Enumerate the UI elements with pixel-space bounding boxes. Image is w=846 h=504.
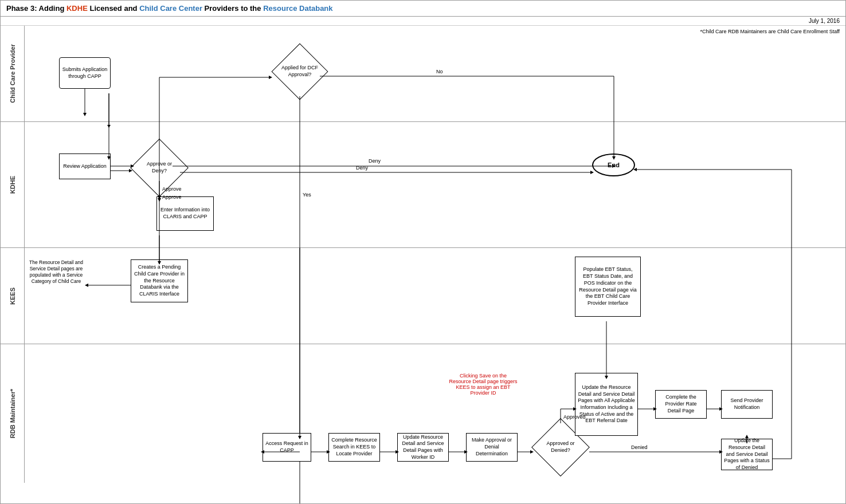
lane-kdhe-content: Review Application Approve or Deny? Ente…	[25, 122, 845, 247]
enter-information-box: Enter Information into CLARIS and CAPP	[156, 196, 214, 231]
make-approval-box: Make Approval or Denial Determination	[466, 433, 518, 462]
creates-pending-box: Creates a Pending Child Care Provider in…	[131, 259, 188, 302]
approve-or-deny-diamond: Approve or Deny?	[131, 139, 188, 196]
asterisk-note: *Child Care RDB Maintainers are Child Ca…	[700, 29, 840, 34]
lane-kdhe: KDHE Review Application Approve or Deny?…	[1, 122, 845, 248]
lane-child-care-content: *Child Care RDB Maintainers are Child Ca…	[25, 26, 845, 121]
update-resource-detail2-box: Update the Resource Detail and Service D…	[575, 373, 638, 436]
title-prefix: Phase 3: Adding	[6, 4, 66, 13]
applied-for-dcf-diamond: Applied for DCF Approval?	[271, 43, 328, 100]
title-suffix: Providers to the	[202, 4, 263, 13]
complete-provider-rate-box: Complete the Provider Rate Detail Page	[655, 390, 707, 419]
lane-label-child-care: Child Care Provider	[1, 26, 25, 121]
lane-label-text: Child Care Provider	[9, 44, 16, 103]
lane-label-kees-text: KEES	[9, 288, 16, 305]
title-middle: Licensed and	[88, 4, 139, 13]
title-kdhe: KDHE	[66, 4, 88, 13]
send-provider-notification-box: Send Provider Notification	[721, 390, 773, 419]
child-care-arrows	[25, 26, 845, 121]
svg-marker-1	[83, 113, 87, 116]
complete-resource-search-box: Complete Resource Search in KEES to Loca…	[328, 433, 380, 462]
date-label: July 1, 2016	[809, 18, 840, 24]
date-bar: July 1, 2016	[1, 17, 845, 26]
lane-label-kdhe-text: KDHE	[9, 176, 16, 194]
lane-label-kees: KEES	[1, 248, 25, 344]
review-application-box: Review Application	[59, 153, 111, 179]
lane-label-rdb-text: RDB Maintainer*	[9, 389, 16, 438]
lane-kees: KEES The Resource Detail and Service Det…	[1, 248, 845, 344]
access-request-box: Access Request in CAPP	[263, 433, 311, 462]
page-container: Phase 3: Adding KDHE Licensed and Child …	[0, 0, 846, 504]
end-ellipse: End	[592, 153, 635, 176]
lane-kees-content: The Resource Detail and Service Detail p…	[25, 248, 845, 344]
populate-ebt-box: Populate EBT Status, EBT Status Date, an…	[575, 257, 641, 317]
submits-application-box: Submits Application through CAPP	[59, 57, 111, 89]
page-title: Phase 3: Adding KDHE Licensed and Child …	[1, 1, 845, 17]
title-child: Child Care Center	[139, 4, 202, 13]
title-resource: Resource Databank	[263, 4, 332, 13]
svg-text:Deny: Deny	[369, 158, 381, 164]
clicking-save-note: Clicking Save on the Resource Detail pag…	[449, 373, 518, 396]
update-resource-detail-box: Update Resource Detail and Service Detai…	[397, 433, 449, 462]
resource-detail-note: The Resource Detail and Service Detail p…	[28, 259, 85, 285]
lane-child-care: Child Care Provider *Child Care RDB Main…	[1, 26, 845, 122]
swim-lanes: Child Care Provider *Child Care RDB Main…	[1, 26, 845, 500]
lane-label-kdhe: KDHE	[1, 122, 25, 247]
update-status-denied-box: Update the Resource Detail and Service D…	[721, 439, 773, 470]
lane-rdb-content: Access Request in CAPP Complete Resource…	[25, 344, 845, 483]
lane-rdb: RDB Maintainer* Access Request in CAPP C…	[1, 344, 845, 483]
lane-label-rdb: RDB Maintainer*	[1, 344, 25, 483]
